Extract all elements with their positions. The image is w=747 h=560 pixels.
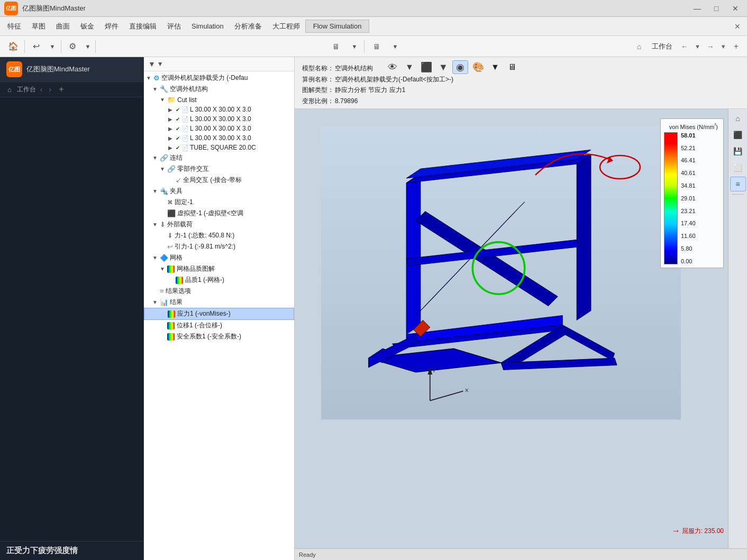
vp-icon-palette2[interactable]: ▼	[488, 60, 502, 74]
tree-item-guding[interactable]: ✖ 固定-1	[144, 197, 294, 208]
legend-value-3: 40.61	[681, 170, 696, 176]
case-label: 算例名称：	[302, 74, 334, 85]
rtb-btn-home[interactable]: ⌂	[730, 111, 746, 126]
diagram-value: 静应力分析 节应力 应力1	[335, 85, 405, 95]
tree-item-anquan[interactable]: 安全系数1 (-安全系数-)	[144, 331, 294, 342]
menu-item-dagongcheng[interactable]: 大工程师	[267, 20, 305, 33]
filter-btn[interactable]: ▼	[157, 60, 163, 68]
menu-item-qumian[interactable]: 曲面	[51, 20, 75, 33]
tree-item-l1[interactable]: ▶ ✔ 📄 L 30.00 X 30.00 X 3.0	[144, 105, 294, 114]
filter-icon[interactable]: ▼	[148, 60, 156, 68]
toolbar-btn-display1[interactable]: 🖥	[327, 38, 345, 55]
legend-values: 58.01 52.21 46.41 40.61 34.81 29.01 23.2…	[681, 132, 696, 264]
rtb-btn-save[interactable]: 💾	[730, 144, 746, 159]
menu-item-pinggu[interactable]: 评估	[162, 20, 186, 33]
window-minimize[interactable]: —	[690, 3, 705, 14]
tree-item-root[interactable]: ▼ ⚙ 空调外机机架静载受力 (-Defau	[144, 72, 294, 84]
tree-item-l4[interactable]: ▶ ✔ 📄 L 30.00 X 30.00 X 3.0	[144, 133, 294, 143]
toolbar-btn-device1[interactable]: 🖥	[368, 38, 386, 55]
tree-item-quanjujiao[interactable]: ↙ 全局交互 (-接合-带标	[144, 175, 294, 186]
nav-workbench[interactable]: 工作台	[648, 40, 677, 53]
tree-item-waibu[interactable]: ▼ ⬇ 外部载荷	[144, 219, 294, 230]
vp-icon-palette[interactable]: 🎨	[470, 60, 486, 74]
tree-item-l2[interactable]: ▶ ✔ 📄 L 30.00 X 30.00 X 3.0	[144, 114, 294, 124]
tree-item-jieguo-opt[interactable]: ≡ 结果选项	[144, 286, 294, 297]
menu-item-caotu[interactable]: 草图	[26, 20, 51, 33]
window-close[interactable]: ✕	[728, 3, 743, 14]
toolbar-btn-settings-dd[interactable]: ▼	[83, 38, 93, 55]
tree-item-wanggepin[interactable]: ▼ 网格品质图解	[144, 263, 294, 274]
rtb-btn-list[interactable]: ≡	[730, 177, 746, 191]
nav-back-sidebar[interactable]: ‹	[38, 84, 45, 95]
app-logo: 亿图	[4, 2, 18, 15]
toolbar-btn-settings[interactable]: ⚙	[63, 38, 81, 55]
rtb-separator	[732, 194, 744, 195]
svg-marker-2	[577, 154, 591, 320]
tree-item-pinzhi[interactable]: 品质1 (-网格-)	[144, 274, 294, 286]
menu-item-tezheng[interactable]: 特征	[2, 20, 26, 33]
legend-value-6: 23.21	[681, 208, 696, 214]
svg-text:X: X	[465, 388, 469, 393]
tree-item-part[interactable]: ▼ 🔧 空调外机结构	[144, 84, 294, 95]
tree-item-jiaju[interactable]: ▼ 🔩 夹具	[144, 186, 294, 197]
toolbar-separator-1	[24, 40, 25, 53]
toolbar-separator-4	[364, 40, 365, 53]
menu-item-hanjian[interactable]: 焊件	[99, 20, 124, 33]
vp-icon-sphere2[interactable]: ▼	[436, 60, 450, 74]
nav-home-icon[interactable]: ⌂	[632, 39, 646, 54]
tree-item-xuni[interactable]: ⬛ 虚拟壁-1 (-虚拟壁<空调	[144, 208, 294, 219]
model-3d: Y X	[321, 120, 681, 426]
menu-item-flowsim[interactable]: Flow Simulation	[305, 20, 370, 33]
menu-item-fenxi[interactable]: 分析准备	[229, 20, 267, 33]
status-bar: Ready	[295, 548, 747, 560]
tree-item-weiy[interactable]: 位移1 (-合位移-)	[144, 320, 294, 331]
tree-item-l3[interactable]: ▶ ✔ 📄 L 30.00 X 30.00 X 3.0	[144, 124, 294, 133]
yield-text: 屈服力: 235.00	[682, 527, 724, 536]
tree-item-tube[interactable]: ▶ ✔ 📄 TUBE, SQUARE 20.0C	[144, 143, 294, 152]
nav-forward-sidebar[interactable]: ›	[47, 84, 54, 95]
nav-forward-dd[interactable]: ▼	[718, 41, 728, 52]
legend-title: von Mises (N/mm²)	[664, 122, 718, 130]
toolbar-btn-home[interactable]: 🏠	[4, 38, 22, 55]
menu-item-simulation[interactable]: Simulation	[186, 20, 229, 32]
menu-item-banjin[interactable]: 钣金	[75, 20, 99, 33]
tree-item-li1[interactable]: ⬇ 力-1 (:总数: 450.8 N:)	[144, 230, 294, 241]
toolbar-btn-display2[interactable]: ▼	[348, 38, 361, 55]
vp-icon-box[interactable]: ▼	[403, 60, 416, 74]
deform-value: 8.79896	[335, 96, 358, 106]
legend-value-4: 34.81	[681, 182, 696, 189]
vp-icon-sphere[interactable]: ⬛	[418, 60, 434, 74]
rtb-btn-grid[interactable]: ⬜	[730, 160, 746, 175]
rtb-btn-box[interactable]: ⬛	[730, 127, 746, 142]
tree-item-wangge[interactable]: ▼ 🔷 网格	[144, 252, 294, 263]
window-maximize[interactable]: □	[709, 3, 724, 14]
yield-arrow-icon: →	[672, 526, 680, 536]
toolbar-btn-undo[interactable]: ↩	[27, 38, 45, 55]
nav-add[interactable]: +	[730, 40, 743, 53]
nav-add-sidebar[interactable]: +	[56, 84, 67, 95]
nav-forward-btn[interactable]: →	[704, 40, 717, 53]
tree-item-cutlist[interactable]: ▼ 📁 Cut list	[144, 95, 294, 105]
tree-item-yingli[interactable]: 应力1 (-vonMises-)	[144, 308, 294, 320]
menu-item-zhijie[interactable]: 直接编辑	[124, 20, 162, 33]
tree-item-liangjie[interactable]: ▼ 🔗 连结	[144, 152, 294, 163]
tree-item-yin1[interactable]: ↩ 引力-1 (:-9.81 m/s^2:)	[144, 241, 294, 252]
menu-close-icon[interactable]: ✕	[730, 19, 745, 34]
model-value: 空调外机结构	[335, 63, 373, 74]
nav-home-sidebar[interactable]: ⌂	[4, 84, 15, 95]
toolbar-btn-redo[interactable]: ▼	[46, 38, 59, 55]
vp-icon-monitor[interactable]: 🖥	[504, 60, 520, 74]
nav-back[interactable]: ←	[678, 40, 691, 53]
legend-value-5: 29.01	[681, 195, 696, 201]
vp-icon-eye[interactable]: 👁	[385, 60, 400, 74]
vp-active-btn[interactable]: ◉	[452, 60, 468, 74]
viewport[interactable]: Y X von Mises (N/mm²)	[295, 109, 747, 548]
toolbar-btn-device2[interactable]: ▼	[389, 38, 402, 55]
toolbar: 🏠 ↩ ▼ ⚙ ▼ 🖥 ▼ 🖥 ▼ ⌂ 工作台 ← ▼ → ▼ +	[0, 36, 747, 57]
case-value: 空调外机机架静载受力(-Default<按加工>-)	[335, 74, 453, 85]
nav-forward[interactable]: ▼	[693, 41, 703, 52]
tree-item-jieguo[interactable]: ▼ 📊 结果	[144, 297, 294, 308]
legend-colorbar	[664, 132, 678, 264]
tree-item-lingbujian[interactable]: ▼ 🔗 零部件交互	[144, 163, 294, 175]
legend-value-9: 5.80	[681, 245, 696, 252]
